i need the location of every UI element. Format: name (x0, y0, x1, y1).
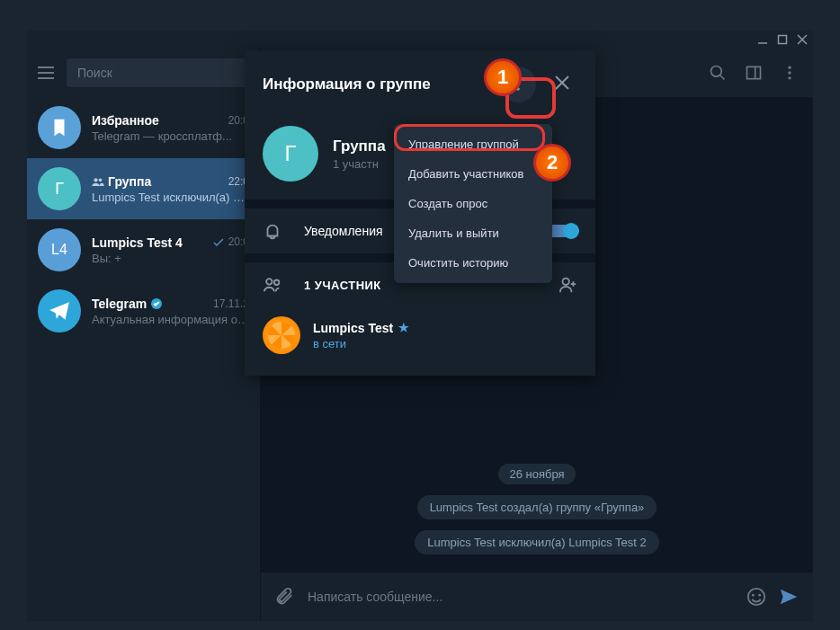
chat-name: Lumpics Test 4 (92, 235, 183, 250)
system-message: Lumpics Test исключил(а) Lumpics Test 2 (415, 530, 658, 555)
date-badge: 26 ноября (498, 464, 575, 484)
star-icon: ★ (398, 321, 409, 334)
chat-time: 17.11.2 (213, 297, 249, 310)
chat-item-group[interactable]: Г Группа22:0 Lumpics Test исключил(а) Lu… (27, 158, 260, 219)
emoji-icon[interactable] (746, 587, 766, 607)
bookmark-icon (38, 106, 81, 149)
avatar: Г (38, 167, 81, 210)
sidebar: Поиск Избранное20:0 Telegram — кроссплат… (27, 49, 261, 621)
chat-preview: Lumpics Test исключил(а) Lu... (92, 191, 249, 204)
svg-line-8 (720, 75, 725, 80)
svg-point-11 (788, 67, 791, 69)
chat-time: 20:0 (212, 235, 249, 249)
member-avatar (263, 316, 300, 354)
avatar: L4 (38, 228, 81, 271)
group-avatar: Г (263, 126, 318, 182)
menu-add-members[interactable]: Добавить участников (394, 159, 552, 189)
menu-button[interactable] (38, 67, 54, 79)
maximize-icon[interactable] (777, 34, 788, 45)
svg-rect-9 (747, 67, 761, 78)
sidepanel-icon[interactable] (745, 64, 763, 82)
svg-point-5 (99, 178, 103, 182)
attach-icon[interactable] (275, 587, 295, 607)
menu-manage-group[interactable]: Управление группой (394, 129, 552, 159)
system-message: Lumpics Test создал(а) группу «Группа» (417, 495, 657, 519)
close-icon[interactable] (797, 34, 808, 45)
chat-name: Группа (92, 174, 151, 189)
svg-point-23 (274, 280, 280, 286)
member-name: Lumpics Test★ (313, 321, 409, 335)
chat-item-telegram[interactable]: Telegram 17.11.2 Актуальная информация о… (27, 280, 260, 342)
member-row[interactable]: Lumpics Test★ в сети (245, 307, 595, 376)
search-icon[interactable] (709, 64, 727, 82)
callout-badge-2: 2 (533, 144, 571, 182)
message-input[interactable]: Написать сообщение... (308, 590, 734, 604)
menu-clear-history[interactable]: Очистить историю (394, 248, 552, 278)
members-icon (263, 275, 282, 295)
check-icon (212, 236, 225, 249)
minimize-icon[interactable] (757, 34, 768, 45)
svg-point-7 (711, 67, 722, 77)
message-composer: Написать сообщение... (261, 572, 813, 621)
callout-badge-1: 1 (484, 58, 522, 96)
verified-icon (150, 297, 163, 310)
member-status: в сети (313, 337, 409, 350)
close-icon (554, 75, 570, 91)
svg-point-22 (266, 279, 272, 284)
more-icon[interactable] (781, 64, 799, 82)
bell-icon (263, 221, 282, 241)
add-member-icon[interactable] (558, 275, 577, 295)
telegram-icon (38, 289, 81, 333)
panel-title: Информация о группе (263, 75, 489, 93)
svg-point-24 (563, 279, 569, 285)
svg-point-15 (752, 594, 755, 597)
chat-name: Избранное (92, 113, 159, 128)
chat-item-saved[interactable]: Избранное20:0 Telegram — кроссплатф... (27, 97, 260, 158)
group-subtitle: 1 участн (333, 157, 386, 171)
chat-preview: Вы: + (92, 252, 249, 265)
group-info-panel: Информация о группе Г Группа 1 участн Ув… (245, 50, 595, 376)
svg-point-16 (758, 594, 761, 597)
svg-point-12 (788, 71, 791, 74)
send-icon[interactable] (779, 587, 799, 607)
svg-point-14 (748, 589, 764, 605)
panel-dropdown: Управление группой Добавить участников С… (394, 124, 552, 283)
chat-preview: Актуальная информация о ... (92, 313, 249, 326)
window-titlebar (27, 31, 813, 49)
menu-delete-leave[interactable]: Удалить и выйти (394, 218, 552, 248)
chat-list: Избранное20:0 Telegram — кроссплатф... Г… (27, 97, 260, 621)
group-icon (92, 177, 104, 186)
svg-point-4 (94, 178, 97, 182)
chat-preview: Telegram — кроссплатф... (92, 129, 249, 143)
chat-item-user[interactable]: L4 Lumpics Test 4 20:0 Вы: + (27, 219, 260, 280)
menu-create-poll[interactable]: Создать опрос (394, 189, 552, 218)
svg-rect-1 (779, 36, 787, 44)
chat-name: Telegram (92, 297, 163, 311)
svg-point-13 (788, 76, 791, 79)
search-input[interactable]: Поиск (67, 58, 249, 87)
panel-close-button[interactable] (547, 67, 577, 102)
group-name: Группа (333, 138, 386, 155)
